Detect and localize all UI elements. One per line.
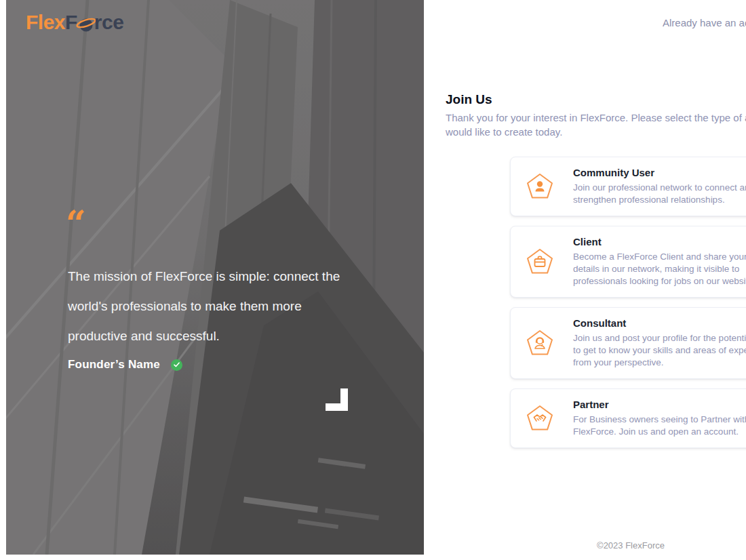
card-description: Become a FlexForce Client and share your… xyxy=(573,251,746,287)
founder-name: Founder’s Name xyxy=(68,358,160,372)
corner-decoration xyxy=(326,388,348,411)
logo-text-flex: Flex xyxy=(26,11,65,34)
already-have-account-link[interactable]: Already have an account? xyxy=(663,17,746,28)
card-title: Partner xyxy=(573,399,746,410)
card-title: Client xyxy=(573,236,746,247)
card-consultant[interactable]: Consultant Join us and post your profile… xyxy=(510,307,746,379)
card-client[interactable]: Client Become a FlexForce Client and sha… xyxy=(510,226,746,298)
card-texts: Consultant Join us and post your profile… xyxy=(573,317,746,369)
handshake-pentagon-icon xyxy=(524,403,555,434)
card-texts: Client Become a FlexForce Client and sha… xyxy=(573,236,746,287)
card-texts: Partner For Business owners seeing to Pa… xyxy=(573,399,746,438)
founder-row: Founder’s Name xyxy=(68,358,182,372)
consultant-pentagon-icon xyxy=(524,327,555,359)
user-pentagon-icon xyxy=(524,171,555,202)
logo-globe-icon xyxy=(78,15,94,33)
card-description: For Business owners seeing to Partner wi… xyxy=(573,414,746,438)
card-description: Join us and post your profile for the po… xyxy=(573,332,746,369)
card-texts: Community User Join our professional net… xyxy=(573,167,746,206)
verified-check-icon xyxy=(171,359,182,371)
card-title: Consultant xyxy=(573,317,746,329)
card-partner[interactable]: Partner For Business owners seeing to Pa… xyxy=(510,388,746,448)
logo-text-f: F xyxy=(65,11,77,34)
mission-quote: The mission of FlexForce is simple: conn… xyxy=(68,262,359,351)
hero-photo-panel: FlexFrce “ The mission of FlexForce is s… xyxy=(6,0,424,555)
logo-text-rce: rce xyxy=(94,11,124,34)
card-description: Join our professional network to connect… xyxy=(573,182,746,206)
account-type-list: Community User Join our professional net… xyxy=(510,157,746,448)
briefcase-pentagon-icon xyxy=(524,246,555,277)
page-subtitle: Thank you for your interest in FlexForce… xyxy=(446,111,746,139)
card-title: Community User xyxy=(573,167,746,178)
quote-icon: “ xyxy=(66,203,86,236)
page-title: Join Us xyxy=(446,92,492,107)
signup-page: { "brand": { "logo_flex": "Flex", "logo_… xyxy=(0,0,746,560)
copyright-text: ©2023 FlexForce xyxy=(446,540,746,551)
card-community-user[interactable]: Community User Join our professional net… xyxy=(510,157,746,216)
flexforce-logo: FlexFrce xyxy=(26,11,123,34)
